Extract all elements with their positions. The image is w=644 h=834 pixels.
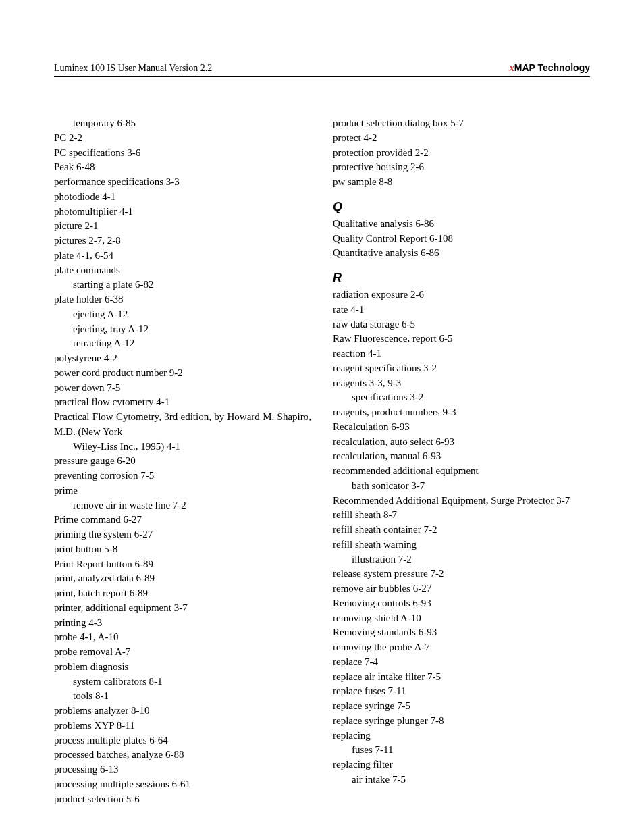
index-entry: starting a plate 6-82 bbox=[54, 278, 311, 292]
index-entry: printing 4-3 bbox=[54, 616, 311, 631]
index-entry: Removing standards 6-93 bbox=[333, 625, 590, 640]
index-entry: protective housing 2-6 bbox=[333, 160, 590, 175]
index-entry: prime bbox=[54, 484, 311, 498]
index-entry: reaction 4-1 bbox=[333, 346, 590, 361]
index-entry: reagent specifications 3-2 bbox=[333, 361, 590, 376]
index-entry: processed batches, analyze 6-88 bbox=[54, 748, 311, 762]
index-entry: Quality Control Report 6-108 bbox=[333, 232, 590, 246]
index-column-right: product selection dialog box 5-7protect … bbox=[333, 116, 590, 806]
index-entry: replace syringe plunger 7-8 bbox=[333, 714, 590, 729]
index-entry: tools 8-1 bbox=[54, 689, 311, 704]
index-entry: air intake 7-5 bbox=[333, 773, 590, 787]
index-entry: polystyrene 4-2 bbox=[54, 351, 311, 366]
index-entry: Quantitative analysis 6-86 bbox=[333, 246, 590, 261]
index-entry: protection provided 2-2 bbox=[333, 146, 590, 161]
index-entry: problems XYP 8-11 bbox=[54, 719, 311, 733]
header-left: Luminex 100 IS User Manual Version 2.2 bbox=[54, 63, 212, 74]
index-entry: PC 2-2 bbox=[54, 131, 311, 146]
index-entry: Print Report button 6-89 bbox=[54, 557, 311, 572]
index-entry: removing shield A-10 bbox=[333, 611, 590, 626]
index-entry: Practical Flow Cytometry, 3rd edition, b… bbox=[54, 410, 311, 440]
index-entry: problems analyzer 8-10 bbox=[54, 704, 311, 719]
index-entry: ejecting, tray A-12 bbox=[54, 322, 311, 337]
index-entry: replacing bbox=[333, 729, 590, 744]
index-entry: reagents 3-3, 9-3 bbox=[333, 376, 590, 391]
header-right: xMAP Technology bbox=[510, 62, 590, 74]
index-entry: remove air bubbles 6-27 bbox=[333, 581, 590, 596]
index-section-letter: R bbox=[333, 269, 590, 286]
index-entry: printer, additional equipment 3-7 bbox=[54, 601, 311, 616]
index-entry: product selection dialog box 5-7 bbox=[333, 116, 590, 131]
index-entry: picture 2-1 bbox=[54, 219, 311, 234]
index-entry: Recalculation 6-93 bbox=[333, 420, 590, 435]
index-entry: removing the probe A-7 bbox=[333, 640, 590, 655]
index-entry: probe removal A-7 bbox=[54, 645, 311, 660]
index-entry: radiation exposure 2-6 bbox=[333, 288, 590, 303]
index-entry: Qualitative analysis 6-86 bbox=[333, 217, 590, 232]
index-entry: raw data storage 6-5 bbox=[333, 317, 590, 332]
index-entry: Raw Fluorescence, report 6-5 bbox=[333, 332, 590, 346]
index-entry: plate 4-1, 6-54 bbox=[54, 249, 311, 263]
index-entry: retracting A-12 bbox=[54, 336, 311, 351]
header-right-rest: MAP Technology bbox=[514, 62, 590, 73]
index-entry: recalculation, auto select 6-93 bbox=[333, 435, 590, 450]
index-entry: photomultiplier 4-1 bbox=[54, 205, 311, 219]
index-entry: system calibrators 8-1 bbox=[54, 675, 311, 689]
index-entry: Wiley-Liss Inc., 1995) 4-1 bbox=[54, 440, 311, 454]
index-entry: pressure gauge 6-20 bbox=[54, 454, 311, 469]
index-entry: replace air intake filter 7-5 bbox=[333, 670, 590, 685]
index-entry: replace syringe 7-5 bbox=[333, 699, 590, 714]
index-entry: preventing corrosion 7-5 bbox=[54, 469, 311, 484]
index-entry: Peak 6-48 bbox=[54, 160, 311, 175]
index-entry: pictures 2-7, 2-8 bbox=[54, 234, 311, 249]
index-entry: performance specifications 3-3 bbox=[54, 175, 311, 190]
index-entry: PC specifications 3-6 bbox=[54, 146, 311, 161]
index-entry: remove air in waste line 7-2 bbox=[54, 498, 311, 513]
index-entry: reagents, product numbers 9-3 bbox=[333, 405, 590, 420]
index-entry: product selection 5-6 bbox=[54, 792, 311, 807]
index-entry: replace fuses 7-11 bbox=[333, 684, 590, 699]
index-entry: process multiple plates 6-64 bbox=[54, 733, 311, 748]
index-entry: print button 5-8 bbox=[54, 542, 311, 557]
header-x-prefix: x bbox=[510, 63, 514, 73]
index-entry: processing multiple sessions 6-61 bbox=[54, 777, 311, 792]
index-entry: plate commands bbox=[54, 263, 311, 278]
index-entry: practical flow cytometry 4-1 bbox=[54, 395, 311, 410]
index-entry: processing 6-13 bbox=[54, 762, 311, 777]
index-entry: specifications 3-2 bbox=[333, 390, 590, 405]
index-entry: illustration 7-2 bbox=[333, 552, 590, 567]
page: Luminex 100 IS User Manual Version 2.2 x… bbox=[0, 0, 644, 834]
page-header: Luminex 100 IS User Manual Version 2.2 x… bbox=[54, 62, 590, 77]
index-entry: ejecting A-12 bbox=[54, 307, 311, 322]
index-columns: temporary 6-85PC 2-2PC specifications 3-… bbox=[54, 116, 590, 806]
index-column-left: temporary 6-85PC 2-2PC specifications 3-… bbox=[54, 116, 311, 806]
index-entry: fuses 7-11 bbox=[333, 743, 590, 758]
index-entry: refill sheath warning bbox=[333, 538, 590, 552]
index-entry: recalculation, manual 6-93 bbox=[333, 449, 590, 464]
index-entry: plate holder 6-38 bbox=[54, 292, 311, 307]
index-entry: release system pressure 7-2 bbox=[333, 567, 590, 581]
index-entry: Prime command 6-27 bbox=[54, 513, 311, 527]
index-entry: power down 7-5 bbox=[54, 381, 311, 396]
index-entry: photodiode 4-1 bbox=[54, 190, 311, 205]
index-entry: pw sample 8-8 bbox=[333, 175, 590, 190]
index-entry: power cord product number 9-2 bbox=[54, 366, 311, 381]
index-entry: refill sheath container 7-2 bbox=[333, 523, 590, 538]
index-entry: Recommended Additional Equipment, Surge … bbox=[333, 494, 590, 509]
index-entry: rate 4-1 bbox=[333, 303, 590, 317]
index-entry: print, analyzed data 6-89 bbox=[54, 571, 311, 586]
index-entry: probe 4-1, A-10 bbox=[54, 630, 311, 645]
index-entry: replacing filter bbox=[333, 758, 590, 773]
index-entry: print, batch report 6-89 bbox=[54, 586, 311, 601]
index-entry: Removing controls 6-93 bbox=[333, 596, 590, 611]
index-entry: priming the system 6-27 bbox=[54, 527, 311, 542]
index-entry: refill sheath 8-7 bbox=[333, 508, 590, 523]
index-entry: problem diagnosis bbox=[54, 660, 311, 675]
index-entry: recommended additional equipment bbox=[333, 464, 590, 479]
index-section-letter: Q bbox=[333, 198, 590, 215]
index-entry: replace 7-4 bbox=[333, 655, 590, 670]
index-entry: temporary 6-85 bbox=[54, 116, 311, 131]
index-entry: bath sonicator 3-7 bbox=[333, 479, 590, 494]
index-entry: protect 4-2 bbox=[333, 131, 590, 146]
